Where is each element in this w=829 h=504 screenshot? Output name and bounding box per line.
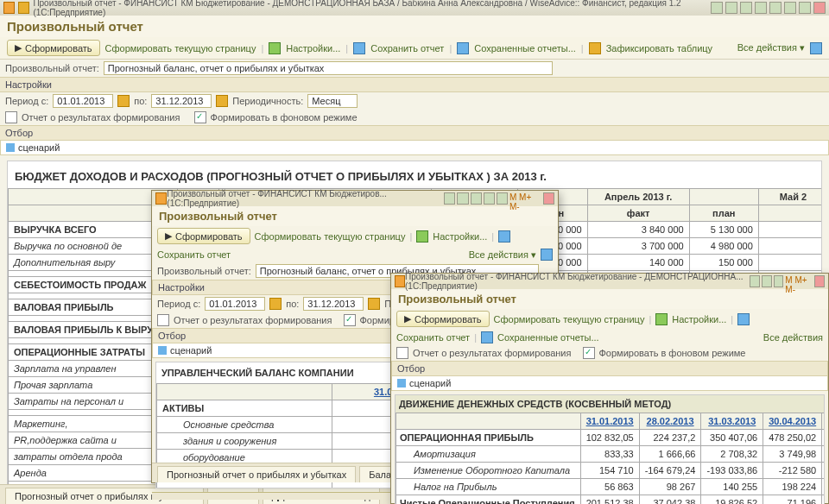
help-icon[interactable] [541,249,553,261]
all-actions[interactable]: Все действия ▾ [737,42,805,54]
tb-btn[interactable] [711,2,723,14]
results-checkbox[interactable] [5,111,17,123]
periodicity-label: Периодичность: [232,96,303,106]
scenario-row[interactable]: сценарий [391,376,828,391]
row-label: оргтехника [157,482,332,489]
tb-btn[interactable] [471,192,482,205]
save-button[interactable]: Сохранить отчет [157,249,231,260]
win3-heading: Произвольный отчет [391,289,828,309]
sub-header: план [689,205,758,222]
tb-btn[interactable] [444,192,455,205]
report-select-row: Произвольный отчет: Прогнозный баланс, о… [0,60,829,77]
cell: 3 840 000 [587,222,689,238]
calendar-icon[interactable] [269,298,282,310]
row-label: Чистые Операционные Поступления [396,495,581,505]
scenario-icon [6,143,15,152]
scenario-row[interactable]: сценарий [0,141,829,155]
table-row: Чистые Операционные Поступления201 512,3… [396,495,826,505]
all-actions[interactable]: Все действия [763,332,823,343]
col-header: Май 2 [758,189,822,205]
col-header[interactable]: 28.02.2013 [639,413,701,430]
win2-title: Произвольный отчет - ФИНАНСИСТ КМ Бюджет… [167,189,444,208]
form-button[interactable]: ▶ Сформировать [157,228,250,244]
settings-header[interactable]: Настройки [0,77,829,92]
period-from[interactable]: 01.01.2013 [53,94,113,108]
settings-button[interactable]: Настройки... [286,43,340,54]
save-button[interactable]: Сохранить отчет [396,332,470,343]
background-checkbox[interactable] [344,314,356,326]
form-page-button[interactable]: Сформировать текущую страницу [494,314,645,324]
background-checkbox[interactable] [583,347,595,359]
form-button[interactable]: ▶ Сформировать [396,311,490,327]
settings-icon [416,230,428,243]
saved-reports-button[interactable]: Сохраненные отчеты... [474,43,576,54]
scenario-label: сценарий [18,142,60,153]
form-page-button[interactable]: Сформировать текущую страницу [105,43,256,54]
tb-btn[interactable] [769,2,782,14]
tb-btn[interactable] [725,2,737,14]
report-title: БЮДЖЕТ ДОХОДОВ И РАСХОДОВ (ПРОГНОЗНЫЙ ОТ… [8,161,821,188]
settings-button[interactable]: Настройки... [433,231,487,242]
table-icon [589,42,601,54]
cell: 140 255 [701,479,763,495]
col-header[interactable]: 31.05.2013 [822,413,825,430]
cell: 478 250,02 [763,430,822,446]
tb-btn[interactable] [755,2,767,14]
period-from-label: Период с: [5,96,48,106]
cashflow-window: Произвольный отчет - ФИНАНСИСТ КМ Бюджет… [390,273,829,504]
row-label: здания и сооружения [157,433,332,450]
cell: 350 407,06 [701,430,763,446]
main-titlebar: Произвольный отчет - ФИНАНСИСТ КМ Бюджет… [0,0,829,16]
selection-header[interactable]: Отбор [391,361,828,376]
form-button[interactable]: ▶ Сформировать [7,40,100,56]
tb-close[interactable] [814,275,825,287]
calendar-icon[interactable] [368,298,380,310]
col-header[interactable]: 31.01.2013 [580,413,639,430]
cell: 201 512,38 [580,495,639,505]
period-row: Период с: 01.01.2013 по: 31.12.2013 Пери… [0,92,829,110]
cell: 833,33 [580,446,639,463]
app-title: Произвольный отчет - ФИНАНСИСТ КМ Бюджет… [33,0,707,17]
cell: 241 480 [822,479,825,495]
period-to[interactable]: 31.12.2013 [303,297,364,311]
cell: -37 042,38 [639,495,701,505]
tb-max[interactable] [799,2,811,14]
fix-table-button[interactable]: Зафиксировать таблицу [606,43,712,54]
col-header [689,189,758,205]
results-label: Отчет о результатах формирования [22,112,180,123]
form-page-button[interactable]: Сформировать текущую страницу [255,231,406,242]
settings-icon [269,42,281,54]
star-icon[interactable] [18,2,29,14]
results-checkbox[interactable] [157,314,169,326]
results-checkbox[interactable] [396,347,408,359]
background-checkbox[interactable] [194,111,206,123]
tb-btn[interactable] [457,192,468,205]
tb-btn[interactable] [497,192,508,205]
saved-button[interactable]: Сохраненные отчеты... [497,332,599,343]
tb-btn[interactable] [740,2,752,14]
report-field[interactable]: Прогнозный баланс, отчет о прибылях и уб… [104,61,553,75]
col-header[interactable]: 30.04.2013 [763,413,822,430]
tab[interactable]: Прогнозный отчет о прибылях и убытках [157,466,356,482]
row-label: АКТИВЫ [157,400,332,417]
period-to[interactable]: 31.12.2013 [151,94,212,108]
all-actions[interactable]: Все действия ▾ [469,249,536,261]
tb-btn[interactable] [484,192,495,205]
calendar-icon[interactable] [117,95,130,107]
row-label: Изменение Оборотного Капитала [396,463,581,479]
save-report-button[interactable]: Сохранить отчет [370,43,444,54]
cell: 4 980 000 [689,238,758,255]
calendar-icon[interactable] [216,95,228,107]
selection-header[interactable]: Отбор [0,125,829,141]
tb-close[interactable] [543,192,554,205]
tb-min[interactable] [784,2,796,14]
cell: 19 826,52 [701,495,763,505]
col-header[interactable]: 31.03.2013 [701,413,763,430]
period-from[interactable]: 01.01.2013 [205,297,265,311]
sub-header [758,205,822,222]
tb-close[interactable] [813,2,826,14]
periodicity-select[interactable]: Месяц [307,94,358,108]
settings-button[interactable]: Настройки... [672,314,726,324]
cell [758,255,822,271]
help-icon[interactable] [810,42,822,54]
